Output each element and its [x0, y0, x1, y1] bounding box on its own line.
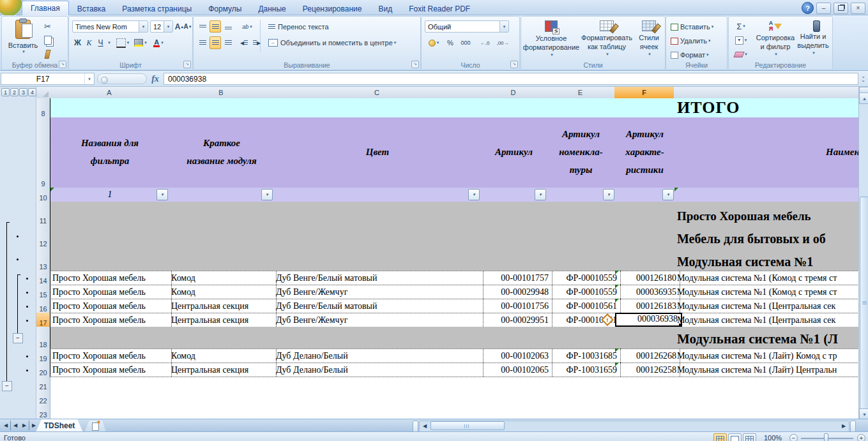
horizontal-scroll-thumb[interactable] — [430, 421, 505, 430]
cell-G15[interactable]: Модульная система №1 (Комод с тремя ст — [674, 285, 862, 299]
cell-B19[interactable]: Комод — [169, 348, 277, 363]
align-bottom-button[interactable] — [222, 20, 234, 33]
cell-C11[interactable] — [274, 202, 483, 225]
cell-E16[interactable]: ФР-00010561 — [547, 299, 621, 313]
cell-D13[interactable] — [481, 248, 552, 271]
close-button[interactable]: × — [851, 3, 865, 14]
delete-cells-button[interactable]: Удалить ▾ — [669, 35, 713, 47]
zoom-slider-thumb[interactable] — [824, 433, 828, 441]
cell-A17[interactable]: Просто Хорошая мебель — [50, 313, 172, 327]
cell-D14[interactable]: 00-00101757 — [481, 271, 552, 285]
tab-home[interactable]: Главная — [22, 1, 69, 15]
row-header-17[interactable]: 17 — [36, 313, 50, 328]
active-cell-F17[interactable]: 000036938 — [615, 313, 682, 327]
cell-F18[interactable] — [615, 327, 680, 348]
cell-F14[interactable]: 000126180 — [615, 271, 680, 285]
column-header-c[interactable]: C — [273, 87, 481, 99]
cell-F12[interactable] — [615, 225, 680, 248]
cell-C19[interactable]: Дуб Делано/Белый — [274, 348, 483, 363]
fill-button[interactable]: ▼▾ — [731, 34, 750, 46]
next-sheet-button[interactable]: ▶ — [20, 421, 29, 430]
sheet-tab-tdsheet[interactable]: TDSheet — [36, 419, 83, 432]
cell-C9[interactable]: Цвет — [274, 117, 482, 188]
row-header-14[interactable]: 14 — [36, 271, 50, 286]
cell-D15[interactable]: 00-00029948 — [481, 285, 552, 299]
cell-C15[interactable]: Дуб Венге/Жемчуг — [274, 285, 483, 299]
filter-dropdown[interactable]: ▾ — [468, 189, 480, 200]
cell-D20[interactable]: 00-00102065 — [481, 363, 552, 377]
increase-decimal-button[interactable]: ←,0 — [476, 36, 493, 49]
cell-G18[interactable]: Модульная система №1 (Л — [674, 327, 862, 348]
cell-D12[interactable] — [481, 225, 552, 248]
outline-level-2-button[interactable]: 2 — [10, 88, 19, 96]
align-middle-button[interactable] — [209, 20, 221, 33]
borders-button[interactable]: ▾ — [114, 36, 131, 49]
column-header-a[interactable]: A — [50, 87, 169, 99]
cell-E18[interactable] — [547, 327, 621, 348]
decrease-decimal-button[interactable]: ,00→ — [494, 36, 511, 49]
align-left-button[interactable] — [197, 36, 208, 49]
cell-D11[interactable] — [481, 202, 552, 225]
comma-style-button[interactable]: 000 — [457, 36, 474, 49]
cell-E13[interactable] — [547, 248, 621, 271]
insert-cells-button[interactable]: Вставить ▾ — [669, 21, 715, 33]
cell-E12[interactable] — [547, 225, 621, 248]
find-select-button[interactable]: Найти и выделить ▾ — [796, 20, 830, 56]
cell-D8[interactable] — [481, 98, 552, 117]
cell-B15[interactable]: Комод — [169, 285, 277, 299]
dialog-launcher-alignment[interactable]: ↘ — [411, 61, 419, 68]
cell-F15[interactable]: 000036935 — [615, 285, 680, 299]
underline-button[interactable]: Ч — [95, 36, 106, 49]
cell-C13[interactable] — [274, 248, 483, 271]
cell-G11[interactable]: Просто Хорошая мебель — [674, 202, 862, 225]
filter-dropdown[interactable]: ▾ — [535, 189, 546, 200]
collapse-group-button[interactable]: − — [2, 381, 12, 391]
cell-A16[interactable]: Просто Хорошая мебель — [50, 299, 172, 313]
last-sheet-button[interactable]: ▶ — [29, 421, 38, 430]
align-top-button[interactable] — [197, 20, 208, 33]
cell-G13[interactable]: Модульная система №1 — [674, 248, 862, 271]
expand-formula-bar-button[interactable]: ⌄⌄ — [860, 75, 867, 84]
cell-A19[interactable]: Просто Хорошая мебель — [50, 348, 172, 363]
filter-dropdown[interactable]: ▾ — [662, 189, 674, 200]
wrap-text-button[interactable]: Перенос текста — [265, 20, 332, 33]
row-header-18[interactable]: 18 — [36, 327, 50, 350]
cell-B17[interactable]: Центральная секция — [169, 313, 277, 327]
cell-E14[interactable]: ФР-00010559 — [547, 271, 621, 285]
cut-button[interactable]: ✂ — [44, 22, 51, 31]
zoom-level[interactable]: 100% — [764, 434, 782, 441]
tab-page-layout[interactable]: Разметка страницы — [114, 3, 200, 15]
row-header-21[interactable]: 21 — [36, 377, 50, 392]
percent-style-button[interactable]: % — [445, 36, 456, 49]
increase-font-button[interactable]: A▲ — [175, 20, 184, 33]
orientation-button[interactable]: ab▾ — [238, 20, 256, 33]
cell-C8[interactable] — [274, 98, 483, 117]
cell-C16[interactable]: Дуб Венге/Белый матовый — [274, 299, 483, 313]
cell-E10[interactable]: ▾ — [547, 188, 621, 202]
cell-B18[interactable] — [169, 327, 277, 348]
outline-level-1-button[interactable]: 1 — [1, 88, 10, 96]
minimize-button[interactable]: – — [816, 3, 831, 14]
collapse-group-button[interactable]: − — [13, 333, 23, 343]
bold-button[interactable]: Ж — [72, 36, 83, 49]
align-right-button[interactable] — [222, 36, 234, 49]
tab-foxit[interactable]: Foxit Reader PDF — [400, 3, 478, 15]
insert-function-button[interactable]: fx — [148, 73, 162, 85]
zoom-in-button[interactable]: + — [857, 434, 865, 441]
scroll-left-button[interactable]: ◀ — [420, 421, 429, 430]
cell-A13[interactable] — [50, 248, 172, 271]
increase-indent-button[interactable]: ▶ — [251, 36, 263, 49]
cell-G16[interactable]: Модульная система №1 (Центральная сек — [674, 299, 862, 313]
filter-dropdown[interactable]: ▾ — [261, 189, 273, 200]
cell-B8[interactable] — [169, 98, 277, 117]
scroll-up-button[interactable]: ▲ — [859, 93, 868, 104]
copy-button[interactable] — [44, 36, 52, 47]
cell-A15[interactable]: Просто Хорошая мебель — [50, 285, 172, 299]
outline-level-3-button[interactable]: 3 — [19, 88, 27, 96]
cell-A18[interactable] — [50, 327, 172, 348]
cell-B13[interactable] — [169, 248, 277, 271]
dialog-launcher-number[interactable]: ↘ — [510, 61, 518, 68]
cell-C10[interactable]: ▾ — [274, 188, 483, 202]
tab-insert[interactable]: Вставка — [69, 3, 114, 15]
cell-A10[interactable]: 1 ▾ — [50, 188, 170, 202]
